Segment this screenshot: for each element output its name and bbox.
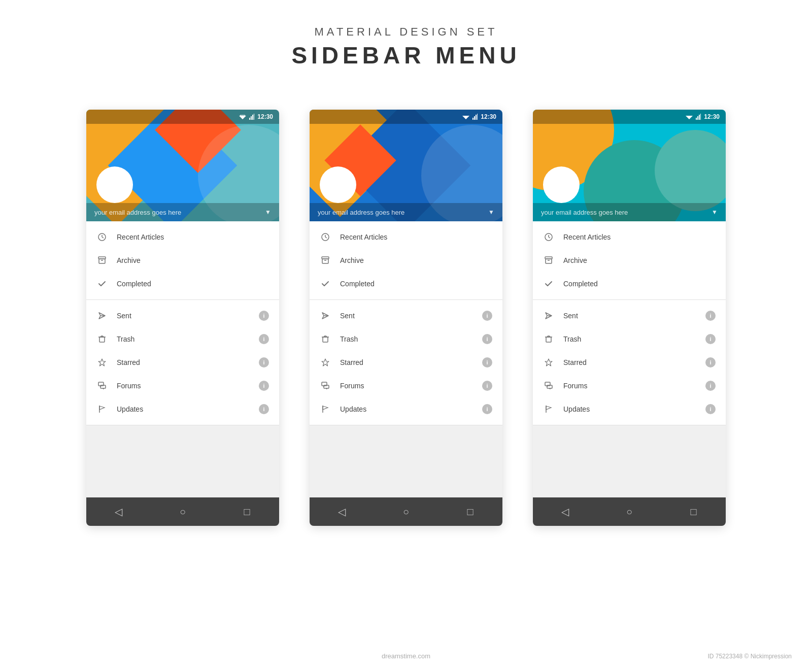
forum-icon-2 [320, 380, 331, 391]
phone-1-sent[interactable]: Sent i [86, 304, 279, 327]
svg-rect-33 [322, 259, 328, 263]
phone-3-archive[interactable]: Archive [533, 249, 726, 272]
phone-2-dropdown-arrow[interactable]: ▼ [488, 209, 494, 216]
trash-info-badge[interactable]: i [259, 334, 269, 344]
home-button-3[interactable]: ○ [619, 501, 639, 522]
archive-icon-3 [543, 255, 554, 266]
forum-icon [96, 380, 108, 391]
home-button-2[interactable]: ○ [396, 501, 416, 522]
svg-marker-65 [545, 359, 552, 366]
sent-info-badge-3[interactable]: i [705, 311, 716, 321]
trash-icon-3 [543, 333, 554, 345]
phone-3-forums[interactable]: Forums i [533, 374, 726, 397]
phone-3-sent[interactable]: Sent i [533, 304, 726, 327]
starred-info-badge[interactable]: i [259, 357, 269, 367]
svg-marker-69 [546, 406, 551, 410]
svg-rect-3 [251, 116, 252, 120]
archive-label-3: Archive [563, 256, 716, 264]
phone-3-completed[interactable]: Completed [533, 272, 726, 295]
updates-label-2: Updates [340, 405, 482, 413]
svg-rect-5 [254, 114, 254, 120]
forums-info-badge-2[interactable]: i [482, 381, 492, 391]
phone-2-archive[interactable]: Archive [310, 249, 502, 272]
sent-info-badge-2[interactable]: i [482, 311, 492, 321]
watermark-id: ID 75223348 © Nickimpression [707, 653, 792, 660]
phone-3-recent-articles[interactable]: Recent Articles [533, 225, 726, 249]
svg-rect-26 [474, 116, 475, 120]
flag-icon-3 [543, 404, 554, 415]
trash-info-badge-2[interactable]: i [482, 334, 492, 344]
phone-1-menu-section-1: Recent Articles Archive Completed [86, 221, 279, 300]
phone-2-updates[interactable]: Updates i [310, 397, 502, 421]
phone-1-header: 12:30 your email address goes here ▼ [86, 110, 279, 221]
watermark: dreamstime.com [382, 652, 430, 660]
status-time-1: 12:30 [257, 113, 273, 120]
phone-3-status-bar: 12:30 [533, 110, 726, 124]
forums-info-badge[interactable]: i [259, 381, 269, 391]
phone-1-updates[interactable]: Updates i [86, 397, 279, 421]
signal-icon-3 [696, 114, 701, 120]
svg-rect-2 [249, 118, 250, 120]
svg-marker-47 [686, 116, 693, 119]
trash-icon-2 [320, 333, 331, 345]
phone-3-email: your email address goes here [541, 209, 712, 216]
completed-label-2: Completed [340, 280, 492, 288]
signal-icon-2 [472, 114, 478, 120]
back-button-1[interactable]: ◁ [108, 501, 128, 522]
phone-1-forums[interactable]: Forums i [86, 374, 279, 397]
phone-2-forums[interactable]: Forums i [310, 374, 502, 397]
phone-2-completed[interactable]: Completed [310, 272, 502, 295]
header-subtitle: MATERIAL DESIGN SET [0, 25, 812, 39]
svg-marker-24 [462, 116, 469, 119]
phone-1-trash[interactable]: Trash i [86, 327, 279, 351]
phones-container: 12:30 your email address goes here ▼ Rec… [0, 99, 812, 526]
phone-1-completed[interactable]: Completed [86, 272, 279, 295]
svg-line-8 [102, 237, 104, 238]
updates-label-3: Updates [563, 405, 705, 413]
phone-1-dropdown-arrow[interactable]: ▼ [265, 209, 271, 216]
svg-rect-10 [99, 259, 105, 263]
updates-info-badge[interactable]: i [259, 404, 269, 414]
phone-2-email: your email address goes here [318, 209, 488, 216]
forums-info-badge-3[interactable]: i [705, 381, 716, 391]
recent-button-2[interactable]: □ [460, 501, 481, 522]
starred-info-badge-2[interactable]: i [482, 357, 492, 367]
phone-2-trash[interactable]: Trash i [310, 327, 502, 351]
trash-icon [96, 333, 108, 345]
starred-label: Starred [117, 358, 259, 366]
updates-info-badge-2[interactable]: i [482, 404, 492, 414]
phone-1-starred[interactable]: Starred i [86, 351, 279, 374]
phone-1-archive[interactable]: Archive [86, 249, 279, 272]
updates-label: Updates [117, 405, 259, 413]
svg-marker-42 [322, 359, 329, 366]
phone-3-dropdown-arrow[interactable]: ▼ [712, 209, 718, 216]
phone-2-recent-articles[interactable]: Recent Articles [310, 225, 502, 249]
phone-1-avatar [96, 166, 133, 203]
svg-rect-25 [472, 118, 473, 120]
send-icon-3 [543, 310, 554, 321]
clock-icon-2 [320, 231, 331, 243]
recent-button-3[interactable]: □ [684, 501, 704, 522]
updates-info-badge-3[interactable]: i [705, 404, 716, 414]
back-button-2[interactable]: ◁ [331, 501, 352, 522]
phone-3-starred[interactable]: Starred i [533, 351, 726, 374]
phone-2-sent[interactable]: Sent i [310, 304, 502, 327]
phone-1-recent-articles[interactable]: Recent Articles [86, 225, 279, 249]
phone-3-updates[interactable]: Updates i [533, 397, 726, 421]
trash-label: Trash [117, 335, 259, 343]
sent-info-badge[interactable]: i [259, 311, 269, 321]
phone-3-trash[interactable]: Trash i [533, 327, 726, 351]
svg-rect-49 [697, 116, 698, 120]
back-button-3[interactable]: ◁ [555, 501, 575, 522]
trash-info-badge-3[interactable]: i [705, 334, 716, 344]
phone-1-bottom-nav: ◁ ○ □ [86, 497, 279, 526]
svg-line-54 [549, 237, 550, 238]
starred-info-badge-3[interactable]: i [705, 357, 716, 367]
page-header: MATERIAL DESIGN SET SIDEBAR MENU [0, 0, 812, 69]
phone-2-header: 12:30 your email address goes here ▼ [310, 110, 502, 221]
phone-2-starred[interactable]: Starred i [310, 351, 502, 374]
home-button-1[interactable]: ○ [173, 501, 193, 522]
recent-button-1[interactable]: □ [237, 501, 257, 522]
phone-3: 12:30 your email address goes here ▼ Rec… [533, 110, 726, 526]
svg-rect-60 [546, 337, 551, 342]
